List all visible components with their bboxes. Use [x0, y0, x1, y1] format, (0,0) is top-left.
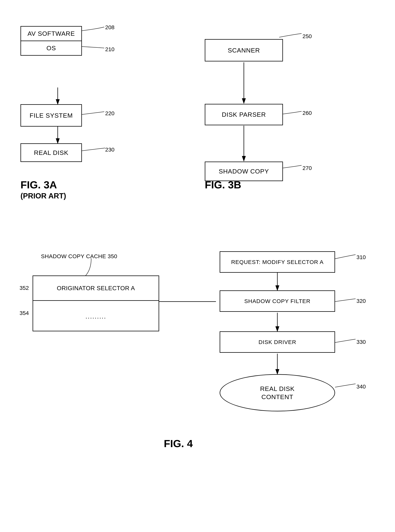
ref-260: 260: [302, 110, 312, 116]
shadow-copy-filter-box: SHADOW COPY FILTER: [220, 290, 335, 312]
cache-outer-box: ORIGINATOR SELECTOR A .........: [33, 275, 159, 331]
fig3b-title: FIG. 3B: [205, 179, 241, 191]
ref-310: 310: [357, 254, 366, 260]
ref-340: 340: [357, 384, 366, 390]
ref-354: 354: [20, 310, 29, 316]
ref-220: 220: [105, 110, 115, 116]
ref-210: 210: [105, 46, 115, 53]
fig3a-subtitle: (PRIOR ART): [21, 192, 66, 200]
disk-parser-box: DISK PARSER: [205, 104, 283, 125]
disk-driver-box: DISK DRIVER: [220, 331, 335, 353]
fig3a-title: FIG. 3A: [21, 179, 57, 191]
shadow-copy-box: SHADOW COPY: [205, 162, 283, 181]
ref-208: 208: [105, 24, 115, 31]
ref-352: 352: [20, 285, 29, 291]
ref-250: 250: [302, 33, 312, 39]
real-disk-box: REAL DISK: [21, 143, 82, 162]
ref-330: 330: [357, 339, 366, 345]
ref-320: 320: [357, 298, 366, 304]
originator-selector-label: ORIGINATOR SELECTOR A: [33, 276, 159, 300]
av-software-label: AV SOFTWARE: [21, 27, 81, 41]
fig4-title: FIG. 4: [164, 438, 193, 450]
real-disk-content-label: REAL DISK CONTENT: [260, 384, 295, 401]
ref-270: 270: [302, 165, 312, 171]
ref-230: 230: [105, 147, 115, 153]
real-disk-content-ellipse: REAL DISK CONTENT: [220, 374, 335, 411]
os-label: OS: [21, 41, 81, 55]
dots-label: .........: [33, 301, 159, 332]
scanner-box: SCANNER: [205, 39, 283, 61]
shadow-copy-cache-label: SHADOW COPY CACHE 350: [41, 253, 117, 259]
request-box: REQUEST: MODIFY SELECTOR A: [220, 251, 335, 273]
av-software-os-box: AV SOFTWARE OS: [21, 26, 82, 56]
file-system-box: FILE SYSTEM: [21, 104, 82, 126]
